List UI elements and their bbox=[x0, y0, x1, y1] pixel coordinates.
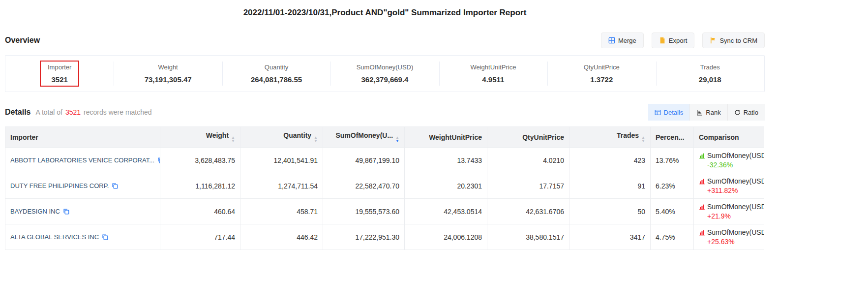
comparison-change: +311.82% bbox=[699, 187, 759, 194]
tab-details[interactable]: Details bbox=[648, 104, 690, 121]
cell-weight-unit-price: 20.2301 bbox=[405, 173, 487, 199]
cell-quantity: 12,401,541.91 bbox=[240, 148, 323, 173]
cell-trades: 50 bbox=[569, 199, 651, 224]
cell-percent: 4.75% bbox=[651, 224, 694, 250]
tab-rank-label: Rank bbox=[706, 109, 720, 116]
cell-qty-unit-price: 38,580.1517 bbox=[487, 224, 569, 250]
copy-icon[interactable] bbox=[157, 157, 160, 165]
copy-icon[interactable] bbox=[112, 183, 118, 190]
copy-icon[interactable] bbox=[63, 208, 69, 216]
cell-qty-unit-price: 17.7157 bbox=[487, 173, 569, 199]
cell-quantity: 1,274,711.54 bbox=[240, 173, 323, 199]
content-area: 2022/11/01-2023/10/31,Product AND"gold" … bbox=[5, 0, 765, 250]
export-button-label: Export bbox=[669, 37, 688, 44]
cell-percent: 6.23% bbox=[651, 173, 694, 199]
comparison-cell: SumOfMoney(USD) -32.36% bbox=[694, 148, 764, 173]
match-count: 3521 bbox=[65, 108, 81, 116]
page-title: 2022/11/01-2023/10/31,Product AND"gold" … bbox=[5, 0, 765, 18]
export-document-icon bbox=[659, 37, 666, 44]
cell-sum-of-money: 19,555,573.60 bbox=[323, 199, 405, 224]
col-label: Weight bbox=[206, 131, 229, 139]
col-label: Percen... bbox=[656, 133, 684, 141]
stat-weight-unit-price: WeightUnitPrice 4.9511 bbox=[439, 56, 547, 92]
cell-weight: 1,116,281.12 bbox=[160, 173, 240, 199]
stat-value: 362,379,669.4 bbox=[357, 75, 414, 84]
stat-value: 29,018 bbox=[699, 75, 721, 84]
cell-quantity: 458.71 bbox=[240, 199, 323, 224]
details-header: Details A total of3521records were match… bbox=[5, 104, 765, 121]
importer-name-link[interactable]: ABBOTT LABORATORIES VENICE CORPORAT... bbox=[10, 157, 154, 164]
bar-chart-icon bbox=[699, 153, 705, 159]
stat-label: WeightUnitPrice bbox=[470, 63, 516, 71]
stat-importer: Importer 3521 bbox=[5, 56, 114, 92]
table-body: ABBOTT LABORATORIES VENICE CORPORAT... 3… bbox=[5, 148, 764, 250]
stat-value: 3521 bbox=[48, 75, 71, 84]
summary-prefix: A total of bbox=[35, 108, 62, 116]
sync-to-crm-button[interactable]: Sync to CRM bbox=[702, 32, 765, 48]
importer-name-link[interactable]: BAYDESIGN INC bbox=[10, 208, 60, 215]
match-summary: A total of3521records were matched bbox=[35, 108, 151, 116]
merge-grid-icon bbox=[608, 37, 615, 44]
cell-weight-unit-price: 24,006.1208 bbox=[405, 224, 487, 250]
bar-chart-icon bbox=[699, 178, 705, 185]
importer-name-link[interactable]: ALTA GLOBAL SERVICES INC bbox=[10, 233, 99, 241]
col-label: WeightUnitPrice bbox=[429, 133, 482, 141]
comparison-change: +25.63% bbox=[699, 238, 759, 246]
col-header-percent: Percen... bbox=[651, 127, 694, 148]
cell-qty-unit-price: 4.0210 bbox=[487, 148, 569, 173]
col-label: QtyUnitPrice bbox=[522, 133, 564, 141]
comparison-change: -32.36% bbox=[699, 161, 759, 169]
col-label: Quantity bbox=[283, 131, 311, 139]
table-row[interactable]: BAYDESIGN INC 460.64 458.71 19,555,573.6… bbox=[5, 199, 764, 224]
cell-weight: 717.44 bbox=[160, 224, 240, 250]
cell-sum-of-money: 22,582,470.70 bbox=[323, 173, 405, 199]
overview-heading: Overview bbox=[5, 36, 40, 45]
col-header-sum-of-money[interactable]: SumOfMoney(U...▲▼ bbox=[323, 127, 405, 148]
sync-flag-icon bbox=[710, 37, 717, 44]
table-row[interactable]: ALTA GLOBAL SERVICES INC 717.44 446.42 1… bbox=[5, 224, 764, 250]
cell-percent: 5.40% bbox=[651, 199, 694, 224]
details-heading-group: Details A total of3521records were match… bbox=[5, 108, 152, 117]
importer-name-link[interactable]: DUTY FREE PHILIPPINES CORP. bbox=[10, 182, 109, 189]
tab-ratio[interactable]: Ratio bbox=[727, 104, 765, 121]
stat-qty-unit-price: QtyUnitPrice 1.3722 bbox=[547, 56, 656, 92]
tab-ratio-label: Ratio bbox=[744, 109, 758, 116]
merge-button[interactable]: Merge bbox=[601, 32, 644, 48]
col-header-weight[interactable]: Weight▲▼ bbox=[160, 127, 240, 148]
stat-label: Quantity bbox=[251, 63, 302, 71]
col-header-quantity[interactable]: Quantity▲▼ bbox=[240, 127, 323, 148]
stat-trades: Trades 29,018 bbox=[656, 56, 764, 92]
stat-value: 1.3722 bbox=[584, 75, 620, 84]
sort-icon[interactable]: ▲▼ bbox=[641, 136, 645, 143]
cell-weight: 460.64 bbox=[160, 199, 240, 224]
col-label: Trades bbox=[617, 131, 639, 139]
table-row[interactable]: ABBOTT LABORATORIES VENICE CORPORAT... 3… bbox=[5, 148, 764, 173]
cell-sum-of-money: 49,867,199.10 bbox=[323, 148, 405, 173]
col-header-qty-unit-price: QtyUnitPrice bbox=[487, 127, 569, 148]
sort-icon[interactable]: ▲▼ bbox=[314, 136, 318, 143]
stat-value: 4.9511 bbox=[470, 75, 516, 84]
cell-trades: 91 bbox=[569, 173, 651, 199]
tab-rank[interactable]: Rank bbox=[689, 104, 727, 121]
page: 2022/11/01-2023/10/31,Product AND"gold" … bbox=[0, 0, 868, 282]
table-row[interactable]: DUTY FREE PHILIPPINES CORP. 1,116,281.12… bbox=[5, 173, 764, 199]
stat-quantity: Quantity 264,081,786.55 bbox=[222, 56, 330, 92]
sort-icon[interactable]: ▲▼ bbox=[395, 136, 399, 143]
cell-weight-unit-price: 13.7433 bbox=[405, 148, 487, 173]
stat-label: Importer bbox=[48, 63, 71, 71]
view-tabs: Details Rank Ratio bbox=[648, 104, 765, 121]
copy-icon[interactable] bbox=[102, 234, 108, 242]
col-header-trades[interactable]: Trades▲▼ bbox=[569, 127, 651, 148]
sort-icon[interactable]: ▲▼ bbox=[231, 136, 235, 143]
stat-label: Trades bbox=[699, 63, 721, 71]
cell-qty-unit-price: 42,631.6706 bbox=[487, 199, 569, 224]
export-button[interactable]: Export bbox=[652, 32, 695, 48]
importer-table: Importer Weight▲▼ Quantity▲▼ SumOfMoney(… bbox=[5, 126, 764, 250]
sync-to-crm-button-label: Sync to CRM bbox=[719, 37, 757, 44]
comparison-cell: SumOfMoney(USD) +25.63% bbox=[694, 224, 764, 250]
stat-value: 73,191,305.47 bbox=[145, 75, 192, 84]
comparison-cell: SumOfMoney(USD) +21.9% bbox=[694, 199, 764, 224]
comparison-label: SumOfMoney(USD) bbox=[707, 152, 764, 159]
cell-quantity: 446.42 bbox=[240, 224, 323, 250]
col-header-importer: Importer bbox=[5, 127, 160, 148]
